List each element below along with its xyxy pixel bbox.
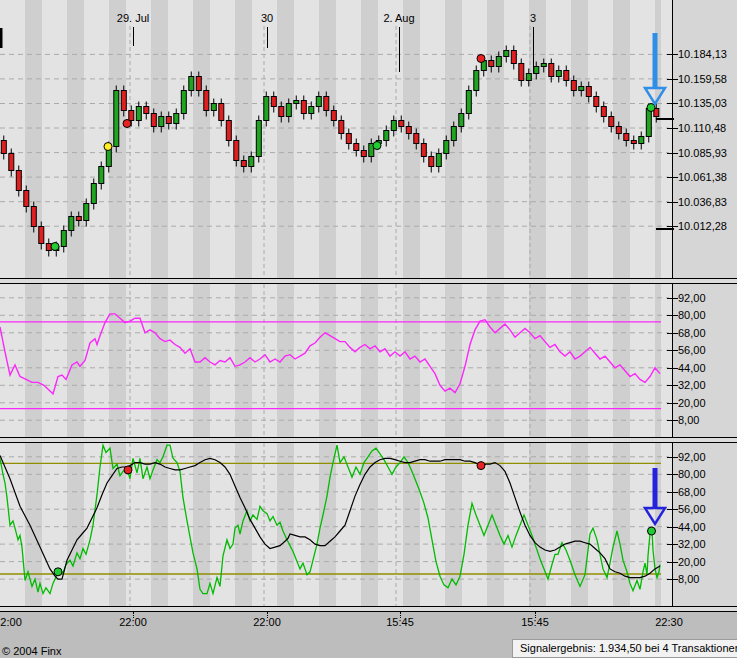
chart-application-window: 10.184,1310.159,5810.135,0310.110,4810.0… <box>0 0 737 658</box>
y-axis-tick <box>667 385 678 386</box>
y-axis-label: 68,00 <box>678 486 706 498</box>
y-axis-tick <box>667 562 678 563</box>
y-axis-label: 10.085,93 <box>678 147 727 159</box>
y-axis-tick <box>667 544 678 545</box>
date-label: 29. Jul <box>117 12 149 24</box>
sell-signal-dot <box>477 462 485 470</box>
sell-signal-dot <box>477 55 485 63</box>
separator-line <box>0 278 737 279</box>
y-axis-tick <box>667 333 678 334</box>
sell-signal-dot <box>123 120 131 128</box>
y-axis-tick <box>667 79 678 80</box>
stochastic-chart-canvas <box>0 443 672 606</box>
y-axis-tick <box>667 474 678 475</box>
y-axis-tick <box>667 492 678 493</box>
y-axis-label: 32,00 <box>678 379 706 391</box>
y-axis-label: 10.036,83 <box>678 196 727 208</box>
rsi-indicator-panel <box>0 284 672 437</box>
y-axis-label: 8,00 <box>678 414 699 426</box>
y-axis-tick <box>667 298 678 299</box>
neutral-signal-dot <box>104 143 112 151</box>
time-axis-tick <box>535 612 536 618</box>
y-axis-label: 44,00 <box>678 362 706 374</box>
price-candlestick-panel <box>0 0 672 278</box>
y-axis-label: 92,00 <box>678 451 706 463</box>
time-label: 22:00 <box>0 616 22 628</box>
y-axis-tick <box>667 457 678 458</box>
y-axis-label: 80,00 <box>678 309 706 321</box>
date-label: 2. Aug <box>383 12 414 24</box>
candles-layer <box>1 46 659 257</box>
y-axis-label: 80,00 <box>678 468 706 480</box>
y-axis-label: 68,00 <box>678 327 706 339</box>
y-axis-label: 10.061,38 <box>678 171 727 183</box>
separator-line <box>0 437 737 438</box>
y-axis-tick <box>667 509 678 510</box>
y-axis-tick <box>667 226 678 227</box>
date-label: 30 <box>261 12 273 24</box>
date-tick <box>533 27 534 74</box>
buy-signal-dot <box>51 243 59 251</box>
stoch-fast-line <box>0 445 660 593</box>
sell-signal-dot <box>124 466 132 474</box>
copyright-label: © 2004 Finx <box>2 645 61 657</box>
y-axis-tick <box>667 420 678 421</box>
y-axis-label: 10.110,48 <box>678 122 726 134</box>
separator-line <box>0 442 737 443</box>
separator-line <box>0 611 737 612</box>
price-marker-tick <box>656 118 674 120</box>
y-axis-tick <box>667 368 678 369</box>
y-axis-tick <box>667 153 678 154</box>
y-axis-line <box>672 0 673 612</box>
time-axis-tick <box>267 612 268 618</box>
date-tick <box>267 27 268 48</box>
y-axis-label: 56,00 <box>678 503 706 515</box>
rsi-chart-canvas <box>0 284 672 437</box>
y-axis-label: 10.135,03 <box>678 97 727 109</box>
date-tick <box>133 27 134 46</box>
separator-line <box>0 283 737 284</box>
y-axis-label: 10.012,28 <box>678 220 727 232</box>
time-axis-tick <box>133 612 134 618</box>
date-label: 3 <box>530 12 536 24</box>
y-axis-label: 10.184,13 <box>678 48 727 60</box>
rsi-line <box>0 314 660 394</box>
y-axis-tick <box>667 202 678 203</box>
y-axis-label: 44,00 <box>678 521 706 533</box>
y-axis-label: 20,00 <box>678 397 706 409</box>
buy-signal-dot <box>54 568 62 576</box>
time-axis-tick <box>400 612 401 618</box>
y-axis-label: 8,00 <box>678 573 699 585</box>
y-axis-tick <box>667 128 678 129</box>
separator-line <box>0 606 737 607</box>
y-axis-label: 20,00 <box>678 556 706 568</box>
price-marker-tick <box>656 228 674 230</box>
partial-candle-wick <box>0 28 3 48</box>
y-axis-label: 32,00 <box>678 538 706 550</box>
y-axis-tick <box>667 350 678 351</box>
y-axis-tick <box>667 527 678 528</box>
y-axis-tick <box>667 579 678 580</box>
y-axis-tick <box>667 103 678 104</box>
date-tick <box>399 27 400 72</box>
stochastic-indicator-panel <box>0 443 672 606</box>
status-bar: Signalergebnis: 1.934,50 bei 4 Transakti… <box>512 639 737 658</box>
sell-arrow-icon <box>645 33 665 104</box>
y-axis-label: 10.159,58 <box>678 73 727 85</box>
y-axis-tick <box>667 177 678 178</box>
buy-signal-dot <box>647 104 655 112</box>
buy-signal-dot <box>648 527 656 535</box>
y-axis-tick <box>667 403 678 404</box>
y-axis-label: 92,00 <box>678 292 706 304</box>
y-axis-label: 56,00 <box>678 344 706 356</box>
sell-arrow-icon <box>645 468 665 524</box>
time-label: 22:30 <box>655 616 683 628</box>
buy-signal-dot <box>373 142 381 150</box>
price-chart-canvas <box>0 0 672 278</box>
y-axis-tick <box>667 315 678 316</box>
y-axis-tick <box>667 54 678 55</box>
